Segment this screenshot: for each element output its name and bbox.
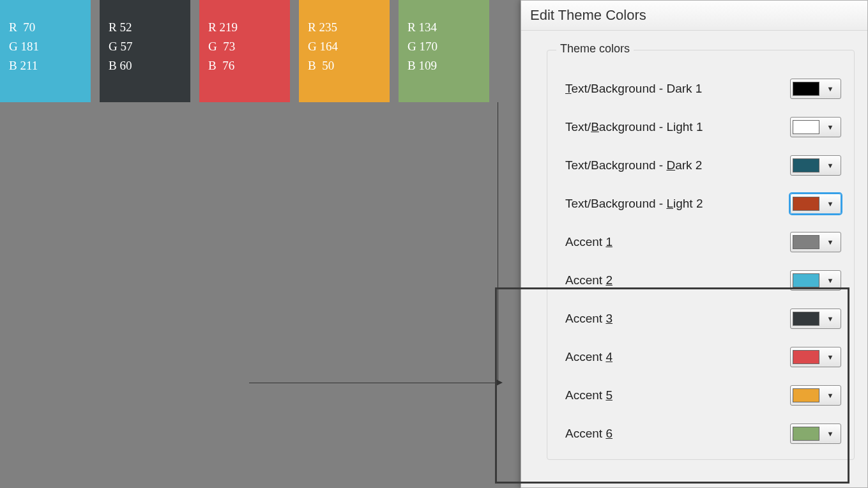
theme-color-label: Text/Background - Dark 1 (565, 82, 702, 96)
theme-color-row-2: Text/Background - Light 1▼ (565, 108, 841, 146)
color-picker-button[interactable]: ▼ (790, 385, 841, 406)
theme-color-label: Accent 5 (565, 388, 613, 402)
theme-color-row-1: Text/Background - Dark 1▼ (565, 70, 841, 108)
dialog-title: Edit Theme Colors (521, 1, 867, 31)
color-picker-button[interactable]: ▼ (790, 79, 841, 99)
chevron-down-icon: ▼ (822, 277, 839, 284)
theme-color-label: Accent 4 (565, 350, 613, 364)
theme-color-label: Accent 2 (565, 273, 613, 287)
chevron-down-icon: ▼ (822, 162, 839, 169)
color-swatch-5: R 134 G 170 B 109 (399, 0, 489, 102)
theme-color-row-10: Accent 6▼ (565, 415, 841, 453)
theme-color-row-4: Text/Background - Light 2▼ (565, 185, 841, 223)
color-swatch-1: R 70 G 181 B 211 (0, 0, 91, 102)
theme-color-row-5: Accent 1▼ (565, 223, 841, 261)
theme-color-label: Text/Background - Light 1 (565, 120, 703, 134)
theme-color-row-7: Accent 3▼ (565, 300, 841, 338)
color-chip (793, 82, 819, 96)
group-legend: Theme colors (556, 42, 634, 56)
theme-color-row-8: Accent 4▼ (565, 338, 841, 376)
chevron-down-icon: ▼ (822, 123, 839, 131)
theme-color-label: Accent 1 (565, 235, 613, 249)
color-picker-button[interactable]: ▼ (790, 232, 841, 252)
color-chip (793, 235, 819, 249)
color-picker-button[interactable]: ▼ (790, 194, 841, 214)
color-chip (793, 312, 819, 326)
edit-theme-colors-dialog: Edit Theme Colors Theme colors Text/Back… (521, 0, 868, 488)
dialog-body: Theme colors Text/Background - Dark 1▼Te… (521, 31, 867, 466)
theme-color-label: Text/Background - Dark 2 (565, 158, 702, 172)
color-chip (793, 273, 819, 287)
chevron-down-icon: ▼ (822, 430, 839, 438)
color-picker-button[interactable]: ▼ (790, 423, 841, 444)
theme-color-label: Text/Background - Light 2 (565, 197, 703, 211)
theme-color-row-6: Accent 2▼ (565, 261, 841, 300)
color-picker-button[interactable]: ▼ (790, 309, 841, 329)
color-swatch-2: R 52 G 57 B 60 (100, 0, 190, 102)
chevron-down-icon: ▼ (822, 392, 839, 399)
chevron-down-icon: ▼ (822, 315, 839, 323)
color-chip (793, 158, 819, 172)
connector-arrow (249, 102, 498, 383)
color-chip (793, 197, 819, 211)
color-picker-button[interactable]: ▼ (790, 347, 841, 367)
color-picker-button[interactable]: ▼ (790, 155, 841, 176)
color-chip (793, 350, 819, 364)
color-chip (793, 427, 819, 441)
chevron-down-icon: ▼ (822, 85, 839, 93)
color-chip (793, 388, 819, 402)
chevron-down-icon: ▼ (822, 200, 839, 208)
theme-color-label: Accent 3 (565, 312, 613, 326)
chevron-down-icon: ▼ (822, 238, 839, 246)
theme-color-row-9: Accent 5▼ (565, 376, 841, 415)
color-swatch-4: R 235 G 164 B 50 (299, 0, 390, 102)
theme-color-row-3: Text/Background - Dark 2▼ (565, 146, 841, 185)
color-swatch-3: R 219 G 73 B 76 (199, 0, 290, 102)
color-swatch-row: R 70 G 181 B 211R 52 G 57 B 60R 219 G 73… (0, 0, 489, 102)
theme-color-label: Accent 6 (565, 427, 613, 441)
color-picker-button[interactable]: ▼ (790, 270, 841, 291)
color-picker-button[interactable]: ▼ (790, 117, 841, 137)
color-chip (793, 120, 819, 134)
theme-colors-group: Theme colors Text/Background - Dark 1▼Te… (547, 50, 855, 460)
chevron-down-icon: ▼ (822, 353, 839, 361)
